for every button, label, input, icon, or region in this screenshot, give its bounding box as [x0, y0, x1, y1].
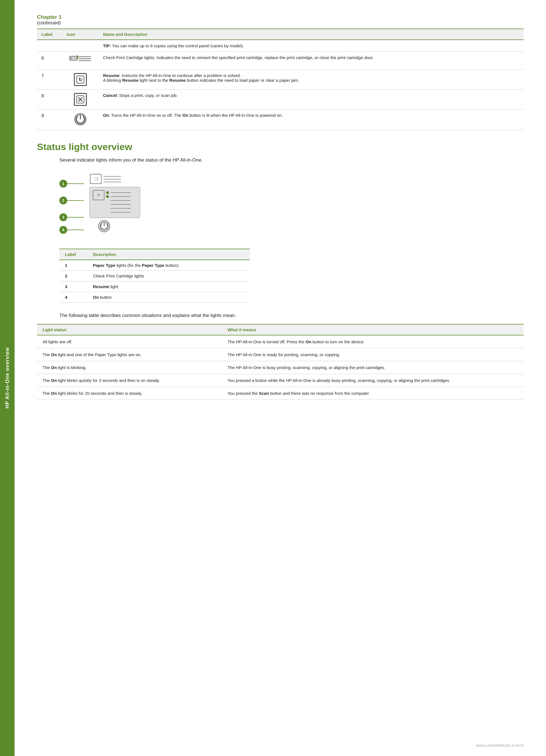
- callout-1-row: 1: [59, 180, 84, 188]
- diagram-area: 1 2 3 4 📑: [59, 171, 205, 239]
- row-6-label: 6: [37, 52, 62, 70]
- meaning-col-header: What it means: [222, 324, 524, 335]
- cartridge-icon: [69, 55, 92, 65]
- row-desc-tip: TIP: You can make up to 9 copies using t…: [99, 40, 524, 52]
- callout-2: 2: [59, 197, 67, 204]
- row-8-desc: Cancel: Stops a print, copy, or scan job…: [99, 90, 524, 109]
- table-header-row: Label Icon Name and Description: [37, 29, 524, 40]
- status-1: All lights are off.: [37, 335, 222, 348]
- desc-1: Paper Type lights (for the Paper Type bu…: [87, 260, 250, 271]
- status-col-header: Light status: [37, 324, 222, 335]
- following-text: The following table describes common sit…: [59, 313, 524, 318]
- status-table-header: Light status What it means: [37, 324, 524, 335]
- side-tab-label: HP All-in-One overview: [4, 347, 10, 409]
- desc-col-header: Description: [87, 249, 250, 260]
- svg-text:📑: 📑: [94, 176, 99, 181]
- table-row-6: 6: [37, 52, 524, 70]
- meaning-1: The HP All-in-One is turned off. Press t…: [222, 335, 524, 348]
- row-9-desc: On: Turns the HP All-in-One on or off. T…: [99, 109, 524, 130]
- table-row-9: 9 On: Turns the HP All-in-One on or off.…: [37, 109, 524, 130]
- col-header-label: Label: [37, 29, 62, 40]
- callout-3: 3: [59, 213, 67, 221]
- meaning-5: You pressed the Scan button and there wa…: [222, 387, 524, 400]
- section-title: Status light overview: [37, 141, 524, 152]
- desc-3: Resume light: [87, 281, 250, 292]
- label-1: 1: [59, 260, 87, 271]
- callout-4-line: [67, 230, 84, 230]
- desc-4: On button: [87, 292, 250, 303]
- panel-diagram: 📑 ↻: [85, 171, 180, 236]
- main-content: Chapter 1 (continued) Label Icon Name an…: [15, 0, 546, 756]
- row-label-tip: [37, 40, 62, 52]
- table-row-8: 8 Cancel: Stops a print, copy, or scan j…: [37, 90, 524, 109]
- svg-text:↻: ↻: [78, 77, 83, 83]
- svg-rect-1: [70, 57, 73, 59]
- row-8-label: 8: [37, 90, 62, 109]
- tip-bold: TIP:: [103, 43, 111, 48]
- side-tab: HP All-in-One overview: [0, 0, 15, 756]
- callout-3-row: 3: [59, 213, 84, 221]
- page-wrapper: HP All-in-One overview Chapter 1 (contin…: [0, 0, 546, 756]
- svg-rect-6: [79, 60, 91, 61]
- main-table: Label Icon Name and Description TIP: You…: [37, 29, 524, 130]
- row-9-label: 9: [37, 109, 62, 130]
- meaning-3: The HP All-in-One is busy printing, scan…: [222, 361, 524, 374]
- cancel-icon: [74, 93, 87, 106]
- callout-1: 1: [59, 180, 67, 188]
- svg-rect-5: [79, 58, 91, 59]
- label-row-4: 4 On button: [59, 292, 250, 303]
- on-icon: [74, 113, 87, 126]
- label-row-2: 2 Check Print Cartridge lights: [59, 271, 250, 281]
- chapter-continued: (continued): [37, 20, 524, 26]
- callout-2-row: 2: [59, 197, 84, 204]
- table-row-tip: TIP: You can make up to 9 copies using t…: [37, 40, 524, 52]
- svg-point-8: [77, 57, 78, 59]
- row-6-icon: [62, 52, 99, 70]
- label-3: 3: [59, 281, 87, 292]
- svg-point-7: [77, 55, 78, 57]
- status-row-2: The On light and one of the Paper Type l…: [37, 348, 524, 361]
- row-9-icon: [62, 109, 99, 130]
- callout-2-line: [67, 200, 84, 201]
- tip-text: You can make up to 9 copies using the co…: [112, 43, 244, 48]
- row-7-icon: ↻: [62, 70, 99, 90]
- svg-rect-4: [79, 56, 91, 57]
- label-table-header: Label Description: [59, 249, 250, 260]
- row-icon-tip: [62, 40, 99, 52]
- footer-url: www.userMANUALS.tech: [476, 743, 524, 748]
- svg-point-25: [106, 191, 109, 194]
- status-row-4: The On light blinks quickly for 3 second…: [37, 374, 524, 387]
- chapter-title: Chapter 1: [37, 14, 524, 20]
- svg-text:↻: ↻: [97, 193, 100, 197]
- col-header-icon: Icon: [62, 29, 99, 40]
- label-table: Label Description 1 Paper Type lights (f…: [59, 249, 250, 303]
- resume-icon: ↻: [74, 73, 87, 86]
- label-row-3: 3 Resume light: [59, 281, 250, 292]
- status-2: The On light and one of the Paper Type l…: [37, 348, 222, 361]
- meaning-2: The HP All-in-One is ready for printing,…: [222, 348, 524, 361]
- label-row-1: 1 Paper Type lights (for the Paper Type …: [59, 260, 250, 271]
- status-5: The On light blinks for 20 seconds and t…: [37, 387, 222, 400]
- svg-point-26: [106, 195, 109, 198]
- svg-rect-2: [73, 57, 76, 58]
- row-6-desc: Check Print Cartridge lights: Indicates …: [99, 52, 524, 70]
- status-row-1: All lights are off. The HP All-in-One is…: [37, 335, 524, 348]
- col-header-description: Name and Description: [99, 29, 524, 40]
- svg-rect-3: [73, 59, 76, 59]
- row-7-label: 7: [37, 70, 62, 90]
- label-2: 2: [59, 271, 87, 281]
- table-row-7: 7 ↻ Resume: Instructs the HP All-in-One …: [37, 70, 524, 90]
- desc-2: Check Print Cartridge lights: [87, 271, 250, 281]
- status-3: The On light is blinking.: [37, 361, 222, 374]
- status-table: Light status What it means All lights ar…: [37, 324, 524, 400]
- callout-4-row: 4: [59, 226, 84, 234]
- row-7-desc: Resume: Instructs the HP All-in-One to c…: [99, 70, 524, 90]
- status-row-5: The On light blinks for 20 seconds and t…: [37, 387, 524, 400]
- svg-rect-22: [90, 187, 140, 218]
- section-intro: Several indicator lights inform you of t…: [59, 157, 524, 163]
- page-footer: www.userMANUALS.tech: [476, 743, 524, 748]
- label-col-header: Label: [59, 249, 87, 260]
- status-row-3: The On light is blinking. The HP All-in-…: [37, 361, 524, 374]
- label-4: 4: [59, 292, 87, 303]
- callout-3-line: [67, 217, 84, 218]
